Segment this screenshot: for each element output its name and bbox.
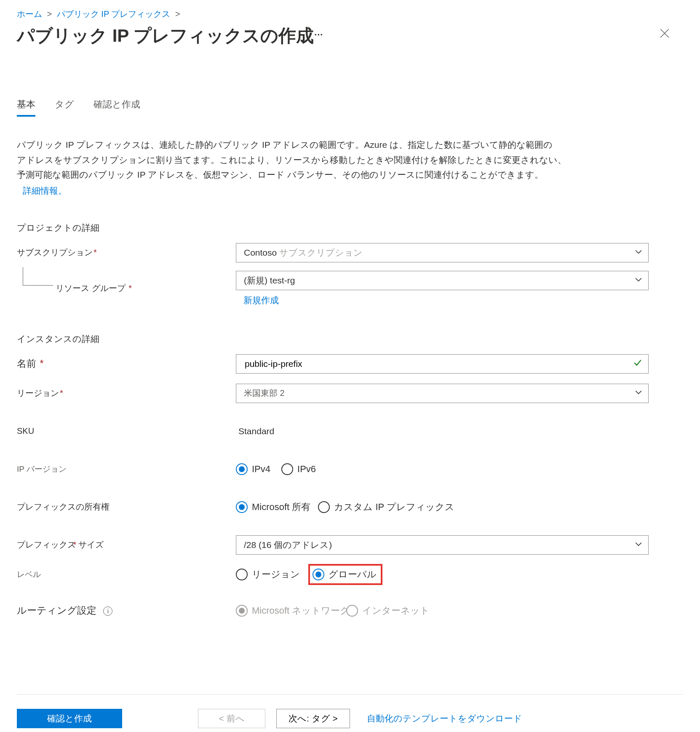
label-level: レベル: [17, 569, 236, 580]
breadcrumb-home[interactable]: ホーム: [17, 9, 42, 19]
name-input-wrapper: [236, 354, 649, 374]
description: パブリック IP プレフィックスは、連続した静的パブリック IP アドレスの範囲…: [17, 137, 640, 198]
highlight-global: グローバル: [308, 564, 382, 585]
radio-routing-ms: Microsoft ネットワーク: [236, 604, 350, 617]
prefix-size-dropdown[interactable]: /28 (16 個のアドレス): [236, 535, 649, 555]
label-routing: ルーティング設定 i: [17, 604, 236, 617]
breadcrumb-prefixes[interactable]: パブリック IP プレフィックス: [57, 9, 171, 19]
tab-review[interactable]: 確認と作成: [94, 98, 140, 117]
review-create-button[interactable]: 確認と作成: [17, 709, 122, 728]
close-icon: [659, 27, 671, 39]
section-project-details: プロジェクトの詳細: [17, 222, 683, 234]
tabs: 基本 タグ 確認と作成: [17, 98, 683, 117]
resource-group-dropdown[interactable]: (新規) test-rg: [236, 271, 649, 290]
previous-button: < 前へ: [198, 709, 265, 728]
subscription-dropdown[interactable]: Contoso サブスクリプション: [236, 243, 649, 262]
info-icon[interactable]: i: [103, 606, 112, 616]
next-button[interactable]: 次へ: タグ >: [276, 709, 350, 728]
tab-tags[interactable]: タグ: [55, 98, 74, 117]
label-region: リージョン*: [17, 387, 236, 399]
page-title: パブリック IP プレフィックスの作成…: [17, 24, 323, 48]
section-instance-details: インスタンスの詳細: [17, 333, 683, 345]
tab-basics[interactable]: 基本: [17, 98, 35, 117]
chevron-down-icon: [635, 248, 642, 258]
close-button[interactable]: [655, 26, 675, 43]
tree-connector-icon: [23, 267, 53, 286]
radio-level-global[interactable]: グローバル: [313, 568, 377, 581]
breadcrumb: ホーム > パブリック IP プレフィックス >: [17, 8, 683, 20]
radio-routing-internet: インターネット: [346, 604, 430, 617]
label-ip-version: IP バージョン: [17, 464, 236, 475]
check-icon: [633, 358, 642, 369]
radio-ms-owned[interactable]: Microsoft 所有: [236, 501, 310, 513]
radio-ipv6[interactable]: IPv6: [281, 463, 316, 475]
label-subscription: サブスクリプション*: [17, 247, 236, 258]
radio-level-region[interactable]: リージョン: [236, 568, 300, 581]
region-dropdown[interactable]: 米国東部 2: [236, 384, 649, 403]
name-input[interactable]: [244, 358, 630, 369]
radio-custom-prefix[interactable]: カスタム IP プレフィックス: [318, 501, 454, 513]
download-template-link[interactable]: 自動化のテンプレートをダウンロード: [367, 713, 522, 724]
chevron-down-icon: [635, 388, 642, 398]
create-new-rg-link[interactable]: 新規作成: [243, 294, 279, 306]
learn-more-link[interactable]: 詳細情報。: [23, 183, 640, 198]
sku-value: Standard: [236, 424, 683, 439]
label-ownership: プレフィックスの所有権: [17, 501, 236, 513]
chevron-down-icon: [635, 540, 642, 550]
label-sku: SKU: [17, 426, 236, 436]
radio-ipv4[interactable]: IPv4: [236, 463, 270, 475]
footer: 確認と作成 < 前へ 次へ: タグ > 自動化のテンプレートをダウンロード: [17, 694, 683, 732]
breadcrumb-sep-2: >: [175, 9, 180, 19]
label-resource-group: リソース グループ *: [17, 283, 236, 294]
label-name: 名前 *: [17, 357, 236, 370]
chevron-down-icon: [635, 275, 642, 286]
label-prefix-size: プレフィックス サイズ*: [17, 539, 236, 550]
breadcrumb-sep-1: >: [47, 9, 52, 19]
